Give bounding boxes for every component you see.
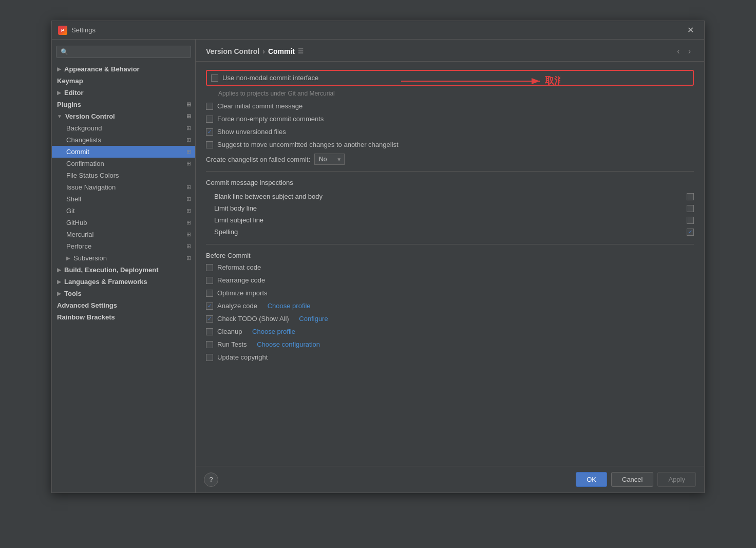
- sidebar-item-advanced-settings[interactable]: Advanced Settings: [52, 299, 195, 311]
- rearrange-code-checkbox[interactable]: [206, 277, 213, 284]
- run-tests-label: Run Tests: [217, 341, 247, 348]
- breadcrumb-parent: Version Control: [206, 47, 259, 55]
- show-unversioned-checkbox[interactable]: [206, 128, 213, 136]
- sidebar-item-changelists[interactable]: Changelists ⊞: [52, 134, 195, 146]
- update-copyright-row: Update copyright: [206, 353, 694, 361]
- sidebar-item-label: Version Control: [65, 112, 184, 120]
- settings-window: P Settings ✕ 🔍 ▶ Appearance & Behavior K…: [51, 21, 705, 493]
- use-non-modal-checkbox[interactable]: [211, 74, 218, 82]
- rearrange-code-label: Rearrange code: [217, 276, 265, 284]
- show-unversioned-label: Show unversioned files: [217, 128, 286, 136]
- settings-icon: ⊞: [186, 196, 191, 202]
- use-non-modal-description: Applies to projects under Git and Mercur…: [218, 90, 694, 97]
- inspection-checkbox-limit-body[interactable]: [687, 205, 694, 212]
- sidebar-item-issue-navigation[interactable]: Issue Navigation ⊞: [52, 181, 195, 193]
- analyze-code-label: Analyze code: [217, 302, 257, 310]
- sidebar-item-label: Confirmation: [66, 160, 184, 167]
- sidebar-item-confirmation[interactable]: Confirmation ⊞: [52, 158, 195, 169]
- sidebar-item-rainbow-brackets[interactable]: Rainbow Brackets: [52, 311, 195, 323]
- cleanup-row: Cleanup Choose profile: [206, 328, 694, 335]
- nav-arrows: ‹ ›: [674, 46, 694, 57]
- sidebar-item-label: Appearance & Behavior: [64, 65, 191, 73]
- force-non-empty-row: Force non-empty commit comments: [206, 115, 694, 123]
- sidebar-item-label: Shelf: [66, 195, 184, 203]
- inspection-checkbox-blank-line[interactable]: [687, 193, 694, 200]
- cancel-button[interactable]: Cancel: [611, 472, 653, 487]
- analyze-code-checkbox[interactable]: [206, 303, 213, 310]
- chevron-icon: ▶: [57, 90, 61, 96]
- chevron-icon: ▶: [57, 267, 61, 273]
- inspection-label: Limit subject line: [214, 216, 263, 224]
- sidebar-item-file-status-colors[interactable]: File Status Colors: [52, 169, 195, 181]
- nav-forward-button[interactable]: ›: [685, 46, 694, 57]
- sidebar-item-label: Git: [66, 207, 184, 215]
- inspection-limit-subject: Limit subject line: [214, 214, 694, 226]
- ok-button[interactable]: OK: [576, 472, 607, 487]
- sidebar-item-label: Advanced Settings: [57, 301, 191, 309]
- force-non-empty-checkbox[interactable]: [206, 116, 213, 123]
- inspection-checkbox-spelling[interactable]: [687, 229, 694, 236]
- chevron-icon: ▼: [57, 114, 62, 119]
- clear-initial-label: Clear initial commit message: [217, 102, 303, 110]
- reformat-code-label: Reformat code: [217, 263, 261, 271]
- check-todo-link[interactable]: Configure: [299, 315, 328, 323]
- check-todo-row: Check TODO (Show All) Configure: [206, 315, 694, 323]
- close-button[interactable]: ✕: [683, 23, 698, 37]
- search-input[interactable]: [71, 48, 186, 55]
- cleanup-link[interactable]: Choose profile: [252, 328, 295, 335]
- settings-icon: ⊞: [186, 184, 191, 191]
- sidebar-item-languages-frameworks[interactable]: ▶ Languages & Frameworks: [52, 276, 195, 288]
- main-content: Use non-modal commit interface 取消打勾 Appl: [196, 62, 704, 466]
- sidebar-item-label: Commit: [66, 148, 184, 156]
- sidebar-item-label: File Status Colors: [66, 172, 191, 179]
- suggest-move-checkbox[interactable]: [206, 141, 213, 148]
- sidebar-item-tools[interactable]: ▶ Tools: [52, 288, 195, 299]
- chevron-icon: ▶: [57, 279, 61, 285]
- search-box[interactable]: 🔍: [56, 46, 191, 58]
- sidebar-item-subversion[interactable]: ▶ Subversion ⊞: [52, 252, 195, 264]
- sidebar-item-commit[interactable]: Commit ⊞: [52, 146, 195, 158]
- sidebar-item-keymap[interactable]: Keymap: [52, 75, 195, 87]
- sidebar-item-perforce[interactable]: Perforce ⊞: [52, 240, 195, 252]
- create-changelist-label: Create changelist on failed commit:: [206, 156, 310, 163]
- settings-icon: ⊞: [186, 148, 191, 155]
- check-todo-checkbox[interactable]: [206, 315, 213, 323]
- update-copyright-checkbox[interactable]: [206, 354, 213, 361]
- help-button[interactable]: ?: [204, 473, 218, 487]
- nav-back-button[interactable]: ‹: [674, 46, 683, 57]
- bottom-bar: ? OK Cancel Apply: [196, 466, 704, 493]
- sidebar-item-shelf[interactable]: Shelf ⊞: [52, 193, 195, 205]
- sidebar-item-editor[interactable]: ▶ Editor: [52, 87, 195, 99]
- create-changelist-dropdown[interactable]: No Yes Ask: [314, 154, 345, 165]
- breadcrumb: Version Control › Commit ☰: [206, 47, 304, 55]
- apply-button[interactable]: Apply: [657, 472, 696, 487]
- run-tests-link[interactable]: Choose configuration: [257, 341, 320, 348]
- reformat-code-checkbox[interactable]: [206, 264, 213, 271]
- chevron-icon: ▶: [57, 66, 61, 72]
- suggest-move-label: Suggest to move uncommitted changes to a…: [217, 141, 399, 148]
- sidebar-item-appearance[interactable]: ▶ Appearance & Behavior: [52, 63, 195, 75]
- update-copyright-label: Update copyright: [217, 353, 268, 361]
- sidebar-item-label: Plugins: [57, 101, 184, 108]
- sidebar-item-label: Languages & Frameworks: [64, 278, 191, 286]
- sidebar-item-plugins[interactable]: Plugins ⊞: [52, 99, 195, 110]
- optimize-imports-checkbox[interactable]: [206, 290, 213, 297]
- sidebar-item-background[interactable]: Background ⊞: [52, 122, 195, 134]
- sidebar-item-label: Rainbow Brackets: [57, 313, 191, 321]
- analyze-code-link[interactable]: Choose profile: [268, 302, 311, 310]
- sidebar-item-git[interactable]: Git ⊞: [52, 205, 195, 217]
- analyze-code-row: Analyze code Choose profile: [206, 302, 694, 310]
- clear-initial-checkbox[interactable]: [206, 103, 213, 110]
- sidebar-item-mercurial[interactable]: Mercurial ⊞: [52, 229, 195, 240]
- before-commit-title: Before Commit: [206, 252, 694, 259]
- sidebar-item-build-execution[interactable]: ▶ Build, Execution, Deployment: [52, 264, 195, 276]
- run-tests-checkbox[interactable]: [206, 341, 213, 348]
- cleanup-checkbox[interactable]: [206, 328, 213, 335]
- sidebar-item-version-control[interactable]: ▼ Version Control ⊞: [52, 110, 195, 122]
- breadcrumb-settings-icon[interactable]: ☰: [298, 48, 304, 55]
- rearrange-code-row: Rearrange code: [206, 276, 694, 284]
- force-non-empty-label: Force non-empty commit comments: [217, 115, 324, 123]
- sidebar-item-github[interactable]: GitHub ⊞: [52, 217, 195, 229]
- inspection-checkbox-limit-subject[interactable]: [687, 217, 694, 224]
- optimize-imports-row: Optimize imports: [206, 289, 694, 297]
